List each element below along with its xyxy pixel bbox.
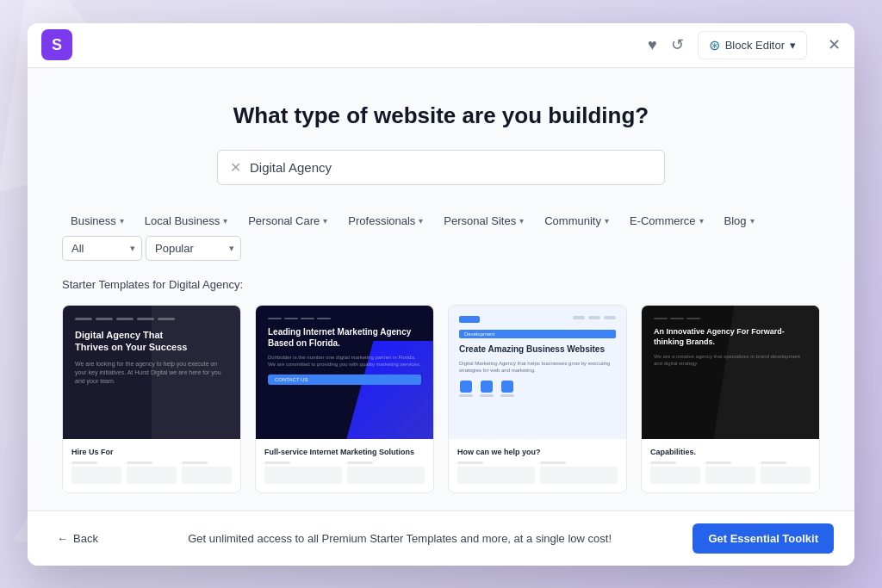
template-3-tag: Development <box>459 330 616 338</box>
template-1-lower: Hire Us For <box>63 439 240 492</box>
template-card-4[interactable]: PREMIUM An Innovative Agency For Forward… <box>641 305 820 493</box>
main-content: What type of website are you building? ✕… <box>28 68 854 511</box>
heart-icon[interactable]: ♥ <box>648 36 657 54</box>
template-card-2[interactable]: PREMIUM Leading Internet Marketing Agenc… <box>255 305 434 493</box>
app-window: S ♥ ↺ ⊛ Block Editor ▾ ✕ What type of we… <box>28 23 854 566</box>
filter-business[interactable]: Business ▾ <box>62 209 133 232</box>
block-editor-label: Block Editor <box>725 39 785 52</box>
chevron-down-icon: ▾ <box>790 39 796 52</box>
template-card-3[interactable]: Development Create Amazing Business Webs… <box>448 305 627 493</box>
page-title: What type of website are you building? <box>62 102 820 129</box>
title-bar-actions: ♥ ↺ ⊛ Block Editor ▾ ✕ <box>648 31 841 59</box>
results-label: Starter Templates for Digital Agency: <box>62 278 820 291</box>
community-label: Community <box>544 214 601 227</box>
community-chevron-icon: ▾ <box>605 216 609 226</box>
template-3-lower: How can we help you? <box>449 439 626 492</box>
template-3-headline: Create Amazing Business Websites <box>459 344 616 355</box>
back-arrow-icon: ← <box>57 532 68 545</box>
filter-local-business[interactable]: Local Business ▾ <box>136 209 236 232</box>
local-business-label: Local Business <box>145 214 220 227</box>
template-card-1[interactable]: Digital Agency ThatThrives on Your Succe… <box>62 305 241 493</box>
personal-care-label: Personal Care <box>248 214 320 227</box>
all-filter-wrapper: All Free Premium <box>62 236 142 261</box>
template-preview-2: Leading Internet Marketing Agency Based … <box>256 306 433 439</box>
template-3-body: Digital Marketing Agency that helps busi… <box>459 360 616 374</box>
bottom-promo-text: Get unlimited access to all Premium Star… <box>117 532 682 545</box>
filter-bar: Business ▾ Local Business ▾ Personal Car… <box>62 209 820 261</box>
search-clear-icon[interactable]: ✕ <box>230 159 241 176</box>
wordpress-logo-icon: ⊛ <box>709 37 720 53</box>
filter-blog[interactable]: Blog ▾ <box>716 209 763 232</box>
back-button[interactable]: ← Back <box>48 527 107 550</box>
template-visual-3: Development Create Amazing Business Webs… <box>449 306 626 439</box>
search-bar: ✕ <box>217 150 665 185</box>
template-2-lower: Full-service Internet Marketing Solution… <box>256 439 433 492</box>
template-2-body: Dohbidder is the number one digital mark… <box>268 354 421 368</box>
template-1-section-title: Hire Us For <box>71 448 232 456</box>
template-visual-2: Leading Internet Marketing Agency Based … <box>256 306 433 439</box>
personal-care-chevron-icon: ▾ <box>323 216 327 226</box>
filter-community[interactable]: Community ▾ <box>536 209 618 232</box>
ecommerce-chevron-icon: ▾ <box>699 216 704 226</box>
templates-grid: Digital Agency ThatThrives on Your Succe… <box>62 305 820 511</box>
blog-label: Blog <box>724 214 747 227</box>
personal-sites-chevron-icon: ▾ <box>519 216 524 226</box>
template-preview-3: Development Create Amazing Business Webs… <box>449 306 626 439</box>
template-preview-4: An Innovative Agency For Forward-thinkin… <box>642 306 819 439</box>
filter-ecommerce[interactable]: E-Commerce ▾ <box>621 209 712 232</box>
block-editor-button[interactable]: ⊛ Block Editor ▾ <box>698 31 807 59</box>
professionals-chevron-icon: ▾ <box>419 216 423 226</box>
template-4-body: We are a creative agency that specialize… <box>654 353 807 368</box>
sort-filter-select[interactable]: Popular Latest Alphabetical <box>146 236 241 261</box>
blog-chevron-icon: ▾ <box>750 216 755 226</box>
template-2-cta: CONTACT US <box>268 374 421 385</box>
template-4-lower: Capabilities. <box>642 439 819 492</box>
template-2-headline: Leading Internet Marketing Agency Based … <box>268 326 421 349</box>
professionals-label: Professionals <box>348 214 415 227</box>
title-bar: S ♥ ↺ ⊛ Block Editor ▾ ✕ <box>28 23 854 68</box>
all-filter-select[interactable]: All Free Premium <box>62 236 142 261</box>
template-3-section-title: How can we help you? <box>457 448 618 456</box>
personal-sites-label: Personal Sites <box>444 214 516 227</box>
template-4-headline: An Innovative Agency For Forward-thinkin… <box>654 326 807 348</box>
template-visual-1: Digital Agency ThatThrives on Your Succe… <box>63 306 240 439</box>
sort-filter-wrapper: Popular Latest Alphabetical <box>146 236 241 261</box>
refresh-icon[interactable]: ↺ <box>671 35 684 54</box>
filter-personal-sites[interactable]: Personal Sites ▾ <box>435 209 532 232</box>
business-chevron-icon: ▾ <box>120 216 124 226</box>
get-essential-button[interactable]: Get Essential Toolkit <box>693 523 834 554</box>
ecommerce-label: E-Commerce <box>630 214 696 227</box>
filter-personal-care[interactable]: Personal Care ▾ <box>239 209 336 232</box>
template-visual-4: An Innovative Agency For Forward-thinkin… <box>642 306 819 439</box>
back-label: Back <box>73 532 98 545</box>
template-4-section-title: Capabilities. <box>650 448 811 456</box>
business-label: Business <box>71 214 116 227</box>
template-preview-1: Digital Agency ThatThrives on Your Succe… <box>63 306 240 439</box>
app-logo: S <box>41 29 72 60</box>
local-business-chevron-icon: ▾ <box>223 216 227 226</box>
bottom-bar: ← Back Get unlimited access to all Premi… <box>28 511 854 566</box>
search-input[interactable] <box>250 160 652 175</box>
filter-professionals[interactable]: Professionals ▾ <box>339 209 432 232</box>
close-icon[interactable]: ✕ <box>828 35 841 54</box>
template-2-section-title: Full-service Internet Marketing Solution… <box>264 448 425 456</box>
